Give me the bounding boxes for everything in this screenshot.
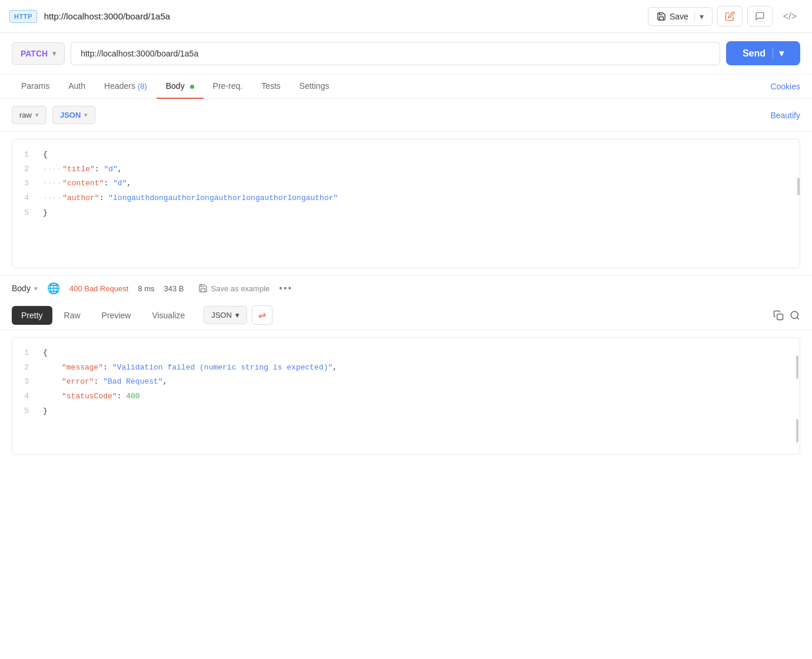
json-chevron-icon: ▾ xyxy=(84,111,88,119)
resp-json-dropdown[interactable]: JSON ▾ xyxy=(204,306,247,324)
response-bar: Body ▾ 🌐 400 Bad Request 8 ms 343 B Save… xyxy=(0,275,812,301)
more-options-button[interactable]: ••• xyxy=(279,283,292,294)
search-icon xyxy=(790,310,800,321)
response-actions xyxy=(773,310,800,321)
http-badge: HTTP xyxy=(9,10,37,23)
tab-body[interactable]: Body xyxy=(157,74,204,99)
tab-auth[interactable]: Auth xyxy=(59,74,95,99)
response-line-numbers: 1 2 3 4 5 xyxy=(12,338,36,427)
json-dropdown[interactable]: JSON ▾ xyxy=(52,106,95,124)
raw-label: raw xyxy=(19,111,32,119)
body-options: raw ▾ JSON ▾ Beautify xyxy=(0,99,812,132)
header-url: http://localhost:3000/board/1a5a xyxy=(44,11,641,21)
svg-rect-0 xyxy=(777,314,783,319)
request-body-editor: 1 2 3 4 5 { ···· "title" : "d" , ···· "c… xyxy=(12,139,800,268)
response-code-content[interactable]: { "message" : "Validation failed (numeri… xyxy=(36,338,800,427)
svg-point-1 xyxy=(791,311,798,318)
time-badge: 8 ms xyxy=(138,284,154,293)
save-example-icon xyxy=(198,284,208,293)
response-body-label: Body xyxy=(12,284,31,293)
svg-line-2 xyxy=(797,317,798,319)
save-chevron: ▾ xyxy=(694,12,704,21)
status-badge: 400 Bad Request xyxy=(69,284,128,293)
response-tabs: Pretty Raw Preview Visualize JSON ▾ ⇌ xyxy=(0,301,812,330)
method-chevron-icon: ▾ xyxy=(52,49,56,58)
copy-button[interactable] xyxy=(773,310,784,321)
send-button[interactable]: Send ▾ xyxy=(726,41,800,65)
method-label: PATCH xyxy=(21,49,48,58)
raw-chevron-icon: ▾ xyxy=(35,111,39,119)
response-scrollbar-top[interactable] xyxy=(796,355,798,379)
raw-dropdown[interactable]: raw ▾ xyxy=(12,106,46,124)
request-tabs: Params Auth Headers (8) Body Pre-req. Te… xyxy=(0,74,812,99)
headers-badge: (8) xyxy=(138,82,147,91)
tab-tests[interactable]: Tests xyxy=(252,74,290,99)
save-example-label: Save as example xyxy=(211,284,270,293)
code-icon: </> xyxy=(783,11,797,21)
response-body-chevron: ▾ xyxy=(34,285,38,292)
send-label: Send xyxy=(743,48,766,59)
response-body-editor: 1 2 3 4 5 { "message" : "Validation fail… xyxy=(12,337,800,455)
resp-json-label: JSON xyxy=(211,311,232,319)
resp-tab-preview[interactable]: Preview xyxy=(92,306,141,325)
resp-tab-raw[interactable]: Raw xyxy=(55,306,90,325)
line-numbers: 1 2 3 4 5 xyxy=(12,139,36,228)
search-button[interactable] xyxy=(790,310,800,321)
chat-icon xyxy=(755,11,765,21)
copy-icon xyxy=(773,310,784,321)
response-scrollbar-bottom[interactable] xyxy=(796,419,798,442)
send-chevron-icon: ▾ xyxy=(773,48,784,59)
body-active-dot xyxy=(190,85,194,89)
size-badge: 343 B xyxy=(164,284,184,293)
method-select[interactable]: PATCH ▾ xyxy=(12,42,65,65)
globe-icon: 🌐 xyxy=(47,282,60,295)
editor-scrollbar[interactable] xyxy=(797,178,800,195)
resp-tab-visualize[interactable]: Visualize xyxy=(142,306,194,325)
response-body-dropdown[interactable]: Body ▾ xyxy=(12,284,38,293)
chat-button[interactable] xyxy=(747,6,773,26)
tab-headers[interactable]: Headers (8) xyxy=(95,74,157,99)
edit-button[interactable] xyxy=(717,6,743,26)
header-actions: Save ▾ </> xyxy=(648,6,803,26)
tab-settings[interactable]: Settings xyxy=(290,74,339,99)
url-bar: PATCH ▾ Send ▾ xyxy=(0,33,812,74)
tab-params[interactable]: Params xyxy=(12,74,59,99)
url-input[interactable] xyxy=(71,42,720,65)
code-button[interactable]: </> xyxy=(777,6,803,26)
code-content[interactable]: { ···· "title" : "d" , ···· "content" : … xyxy=(36,139,800,228)
save-label: Save xyxy=(670,12,688,21)
header: HTTP http://localhost:3000/board/1a5a Sa… xyxy=(0,0,812,33)
edit-icon xyxy=(725,11,735,21)
wrap-button[interactable]: ⇌ xyxy=(252,305,272,325)
wrap-icon: ⇌ xyxy=(258,309,266,321)
tab-prereq[interactable]: Pre-req. xyxy=(204,74,252,99)
resp-tab-pretty[interactable]: Pretty xyxy=(12,306,52,325)
save-button[interactable]: Save ▾ xyxy=(648,7,713,26)
json-label: JSON xyxy=(60,111,81,119)
cookies-link[interactable]: Cookies xyxy=(770,82,800,91)
beautify-link[interactable]: Beautify xyxy=(770,111,800,120)
resp-json-chevron: ▾ xyxy=(235,311,239,319)
save-icon xyxy=(657,12,666,21)
save-as-example-button[interactable]: Save as example xyxy=(198,284,270,293)
